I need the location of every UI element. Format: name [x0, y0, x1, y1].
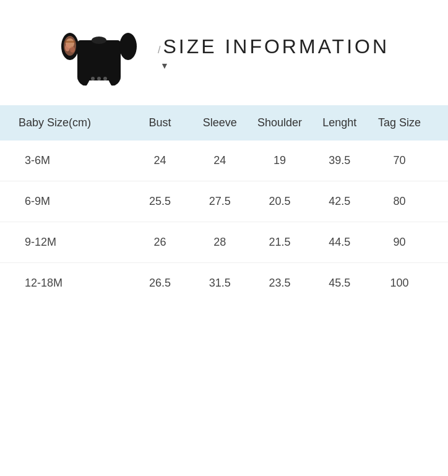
cell-tag: 90 [369, 236, 429, 249]
svg-point-8 [119, 33, 137, 60]
cell-length: 44.5 [309, 236, 369, 249]
cell-shoulder: 23.5 [250, 277, 310, 290]
cell-bust: 26 [130, 236, 190, 249]
cell-tag: 80 [369, 195, 429, 208]
cell-sleeve: 31.5 [190, 277, 250, 290]
svg-point-10 [91, 77, 95, 80]
svg-rect-7 [65, 41, 75, 43]
cell-sleeve: 24 [190, 154, 250, 167]
cell-sleeve: 28 [190, 236, 250, 249]
size-table: Baby Size(cm) Bust Sleeve Shoulder Lengh… [0, 105, 448, 303]
col-header-size: Baby Size(cm) [19, 116, 130, 129]
table-row: 12-18M 26.5 31.5 23.5 45.5 100 [0, 263, 448, 303]
cell-tag: 100 [369, 277, 429, 290]
cell-size: 3-6M [19, 154, 130, 167]
cell-shoulder: 20.5 [250, 195, 310, 208]
cell-length: 42.5 [309, 195, 369, 208]
table-row: 3-6M 24 24 19 39.5 70 [0, 141, 448, 181]
header-section: /SIZE INFORMATION ▼ [0, 0, 448, 99]
svg-point-6 [70, 46, 75, 53]
col-header-length: Lenght [309, 116, 369, 129]
svg-rect-0 [77, 40, 121, 80]
title-slash: / [158, 45, 160, 55]
svg-point-9 [92, 37, 106, 44]
cell-size: 9-12M [19, 236, 130, 249]
title-container: /SIZE INFORMATION ▼ [158, 35, 389, 71]
cell-shoulder: 19 [250, 154, 310, 167]
cell-tag: 70 [369, 154, 429, 167]
product-image [59, 12, 139, 93]
cell-bust: 24 [130, 154, 190, 167]
table-row: 9-12M 26 28 21.5 44.5 90 [0, 222, 448, 263]
table-row: 6-9M 25.5 27.5 20.5 42.5 80 [0, 181, 448, 222]
cell-bust: 25.5 [130, 195, 190, 208]
col-header-bust: Bust [130, 116, 190, 129]
cell-size: 6-9M [19, 195, 130, 208]
title-text: SIZE INFORMATION [163, 35, 389, 58]
size-info-title: /SIZE INFORMATION [158, 35, 389, 58]
col-header-shoulder: Shoulder [250, 116, 310, 129]
col-header-tag: Tag Size [369, 116, 429, 129]
svg-point-12 [103, 77, 107, 80]
cell-bust: 26.5 [130, 277, 190, 290]
dropdown-arrow[interactable]: ▼ [160, 61, 169, 71]
svg-point-11 [97, 77, 101, 80]
cell-shoulder: 21.5 [250, 236, 310, 249]
col-header-sleeve: Sleeve [190, 116, 250, 129]
table-header-row: Baby Size(cm) Bust Sleeve Shoulder Lengh… [0, 105, 448, 141]
cell-length: 39.5 [309, 154, 369, 167]
cell-sleeve: 27.5 [190, 195, 250, 208]
cell-length: 45.5 [309, 277, 369, 290]
svg-point-5 [65, 44, 70, 51]
cell-size: 12-18M [19, 277, 130, 290]
